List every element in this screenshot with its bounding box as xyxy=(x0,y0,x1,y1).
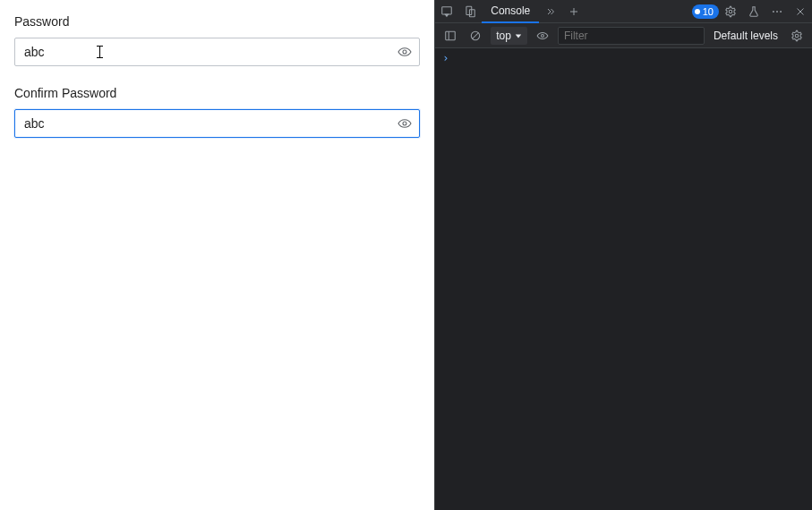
toggle-sidebar-button[interactable] xyxy=(440,26,460,46)
log-levels-label: Default levels xyxy=(714,30,778,42)
kebab-icon xyxy=(771,5,783,18)
svg-rect-4 xyxy=(470,9,475,16)
svg-rect-9 xyxy=(446,31,456,39)
password-input-wrap xyxy=(14,38,420,66)
device-toggle-button[interactable] xyxy=(458,0,482,23)
console-body[interactable]: › xyxy=(435,48,812,510)
tab-console-label: Console xyxy=(491,4,530,17)
svg-point-0 xyxy=(403,50,406,54)
live-expression-button[interactable] xyxy=(533,26,552,46)
close-icon xyxy=(795,6,806,17)
gear-icon xyxy=(724,5,737,18)
execution-context-select[interactable]: top xyxy=(491,27,527,45)
clear-console-button[interactable] xyxy=(466,26,485,46)
svg-point-12 xyxy=(795,34,799,38)
svg-point-7 xyxy=(776,11,778,13)
flask-icon xyxy=(748,5,760,18)
toggle-password-visibility-button[interactable] xyxy=(395,42,415,62)
svg-point-5 xyxy=(729,10,732,13)
confirm-password-input-wrap xyxy=(14,109,420,138)
confirm-password-group: Confirm Password xyxy=(14,86,420,138)
devtools-panel: Console 10 xyxy=(434,0,812,510)
dot-icon xyxy=(695,9,700,14)
issues-count: 10 xyxy=(703,6,714,17)
devtools-tabbar: Console 10 xyxy=(435,0,812,23)
svg-rect-3 xyxy=(466,6,472,14)
form-page: Password Confirm Password xyxy=(0,0,434,510)
svg-point-8 xyxy=(780,11,782,13)
console-filter-input[interactable] xyxy=(558,27,705,45)
experiments-button[interactable] xyxy=(742,0,765,23)
settings-button[interactable] xyxy=(719,0,742,23)
more-button[interactable] xyxy=(765,0,789,23)
confirm-password-input[interactable] xyxy=(14,109,420,138)
svg-rect-2 xyxy=(442,6,452,13)
tabs-overflow-button[interactable] xyxy=(539,0,562,23)
svg-point-11 xyxy=(541,34,543,37)
execution-context-label: top xyxy=(496,30,511,42)
confirm-password-label: Confirm Password xyxy=(14,86,420,100)
log-levels-select[interactable]: Default levels xyxy=(710,30,782,42)
device-icon xyxy=(464,5,476,18)
password-group: Password xyxy=(14,14,420,66)
console-toolbar: top Default levels xyxy=(435,23,812,48)
password-label: Password xyxy=(14,14,420,29)
password-input[interactable] xyxy=(14,38,420,66)
close-devtools-button[interactable] xyxy=(789,0,812,23)
gear-icon xyxy=(791,30,803,42)
svg-point-1 xyxy=(403,122,406,125)
chevron-double-right-icon xyxy=(545,6,556,17)
eye-icon xyxy=(397,45,412,59)
new-tab-button[interactable] xyxy=(562,0,585,23)
plus-icon xyxy=(568,6,579,17)
triangle-down-icon xyxy=(515,32,522,39)
tab-console[interactable]: Console xyxy=(482,0,539,23)
no-symbol-icon xyxy=(469,30,482,42)
toggle-confirm-visibility-button[interactable] xyxy=(395,114,415,133)
inspect-element-button[interactable] xyxy=(435,0,458,23)
svg-point-6 xyxy=(773,11,774,13)
console-prompt: › xyxy=(442,52,449,64)
sidebar-icon xyxy=(444,30,457,42)
console-settings-button[interactable] xyxy=(787,26,807,46)
issues-badge[interactable]: 10 xyxy=(692,4,719,19)
eye-icon xyxy=(397,116,412,131)
inspect-icon xyxy=(440,5,453,18)
eye-icon xyxy=(536,30,549,42)
